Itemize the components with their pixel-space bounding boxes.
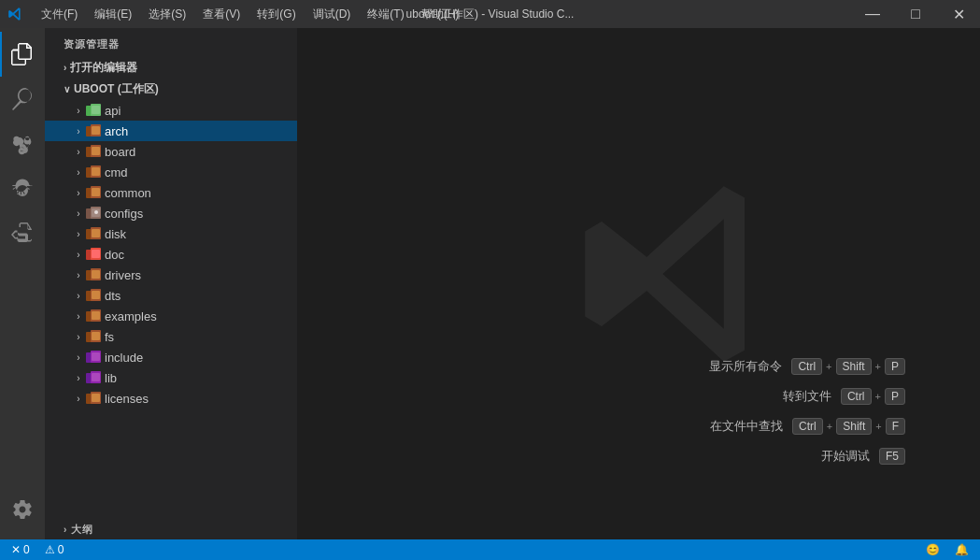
menu-view[interactable]: 查看(V) — [195, 5, 248, 24]
title-bar: 文件(F) 编辑(E) 选择(S) 查看(V) 转到(G) 调试(D) 终端(T… — [0, 0, 980, 28]
folder-common-icon — [86, 185, 101, 200]
folder-examples-icon — [86, 309, 101, 323]
menu-bar: 文件(F) 编辑(E) 选择(S) 查看(V) 转到(G) 调试(D) 终端(T… — [34, 5, 466, 24]
outline-section[interactable]: › 大纲 — [45, 519, 297, 539]
menu-goto[interactable]: 转到(G) — [249, 5, 303, 24]
chevron-collapsed-icon: › — [71, 226, 86, 241]
folder-api-label: api — [105, 104, 121, 118]
svg-rect-11 — [92, 167, 100, 176]
chevron-collapsed-icon: › — [71, 309, 86, 323]
menu-edit[interactable]: 编辑(E) — [87, 5, 139, 24]
folder-examples-label: examples — [105, 309, 157, 323]
activity-settings[interactable] — [0, 487, 45, 532]
svg-point-18 — [94, 210, 98, 214]
svg-rect-33 — [92, 311, 100, 320]
goto-file-label: 转到文件 — [738, 388, 831, 405]
ctrl-key: Ctrl — [791, 358, 822, 375]
folder-dts[interactable]: › dts — [45, 285, 297, 306]
bell-icon: 🔔 — [955, 543, 969, 556]
folder-cmd-label: cmd — [105, 165, 128, 179]
menu-file[interactable]: 文件(F) — [34, 5, 85, 24]
activity-search[interactable] — [0, 77, 45, 122]
shift-key: Shift — [836, 358, 872, 375]
shortcuts-panel: 显示所有命令 Ctrl + Shift + P 转到文件 Ctrl + P — [689, 358, 905, 465]
activity-source-control[interactable] — [0, 122, 45, 166]
svg-rect-30 — [92, 291, 100, 299]
folder-common-label: common — [105, 186, 151, 200]
settings-icon — [11, 498, 34, 521]
folder-drivers-label: drivers — [105, 268, 141, 282]
folder-api[interactable]: › api — [45, 100, 297, 121]
folder-fs[interactable]: › fs — [45, 326, 297, 347]
error-count-value: 0 — [23, 543, 30, 556]
folder-board-label: board — [105, 145, 135, 159]
warning-count[interactable]: ⚠ 0 — [41, 543, 68, 556]
show-commands-label: 显示所有命令 — [689, 358, 782, 375]
maximize-button[interactable]: □ — [894, 0, 937, 28]
chevron-collapsed-icon: › — [71, 350, 86, 365]
warning-icon: ⚠ — [45, 543, 55, 556]
minimize-button[interactable]: — — [851, 0, 894, 28]
window-title: uboot (工作区) - Visual Studio C... — [406, 7, 575, 22]
menu-select[interactable]: 选择(S) — [141, 5, 193, 24]
source-control-icon — [11, 133, 34, 155]
chevron-collapsed-icon: › — [71, 329, 86, 344]
svg-rect-42 — [92, 373, 100, 381]
folder-disk-label: disk — [105, 227, 126, 241]
p-key2: P — [885, 388, 905, 405]
find-files-label: 在文件中查找 — [689, 418, 783, 435]
open-editors-section[interactable]: › 打开的编辑器 — [45, 57, 297, 79]
svg-rect-27 — [92, 270, 100, 279]
folder-configs-label: configs — [105, 207, 143, 221]
file-tree: › api › arch — [45, 100, 297, 519]
status-left: ✕ 0 ⚠ 0 — [7, 543, 67, 556]
shortcut-all-commands: 显示所有命令 Ctrl + Shift + P — [689, 358, 905, 375]
chevron-collapsed-icon: › — [71, 103, 86, 118]
folder-examples[interactable]: › examples — [45, 306, 297, 326]
error-count[interactable]: ✕ 0 — [7, 543, 34, 556]
menu-terminal[interactable]: 终端(T) — [360, 5, 411, 24]
shortcut-goto-file: 转到文件 Ctrl + P — [689, 388, 905, 405]
folder-dts-label: dts — [105, 289, 121, 303]
activity-extensions[interactable] — [0, 211, 45, 256]
folder-drivers-icon — [86, 267, 101, 282]
start-debug-label: 开始调试 — [776, 448, 870, 465]
folder-lib[interactable]: › lib — [45, 367, 297, 388]
folder-arch[interactable]: › arch — [45, 121, 297, 141]
chevron-right-icon: › — [64, 63, 66, 73]
svg-rect-45 — [92, 394, 100, 402]
menu-debug[interactable]: 调试(D) — [305, 5, 359, 24]
shortcut-find-in-files: 在文件中查找 Ctrl + Shift + F — [689, 418, 905, 435]
folder-drivers[interactable]: › drivers — [45, 265, 297, 285]
folder-common[interactable]: › common — [45, 182, 297, 203]
folder-configs[interactable]: › configs — [45, 203, 297, 223]
folder-configs-icon — [86, 206, 101, 221]
chevron-down-icon: ∨ — [64, 84, 70, 94]
svg-rect-2 — [92, 106, 100, 114]
title-bar-left: 文件(F) 编辑(E) 选择(S) 查看(V) 转到(G) 调试(D) 终端(T… — [7, 5, 466, 24]
smiley-icon: 😊 — [926, 543, 940, 556]
folder-disk-icon — [86, 226, 101, 241]
show-commands-keys: Ctrl + Shift + P — [791, 358, 905, 375]
folder-cmd[interactable]: › cmd — [45, 162, 297, 182]
svg-rect-39 — [92, 352, 100, 361]
activity-bottom — [0, 487, 45, 539]
chevron-right-icon: › — [64, 524, 67, 535]
folder-board[interactable]: › board — [45, 141, 297, 162]
chevron-collapsed-icon: › — [71, 185, 86, 200]
folder-arch-label: arch — [105, 124, 128, 138]
folder-doc[interactable]: › doc — [45, 244, 297, 265]
folder-licenses[interactable]: › licenses — [45, 388, 297, 409]
activity-debug[interactable] — [0, 166, 45, 211]
feedback-button[interactable]: 😊 — [922, 543, 944, 556]
close-button[interactable]: ✕ — [937, 0, 980, 28]
folder-include[interactable]: › include — [45, 347, 297, 367]
goto-file-keys: Ctrl + P — [841, 388, 905, 405]
folder-disk[interactable]: › disk — [45, 223, 297, 244]
activity-explorer[interactable] — [0, 32, 45, 77]
notifications-button[interactable]: 🔔 — [951, 543, 973, 556]
folder-doc-icon — [86, 247, 101, 262]
workspace-section[interactable]: ∨ UBOOT (工作区) — [45, 79, 297, 100]
f5-key: F5 — [879, 448, 905, 465]
find-files-keys: Ctrl + Shift + F — [792, 418, 905, 435]
